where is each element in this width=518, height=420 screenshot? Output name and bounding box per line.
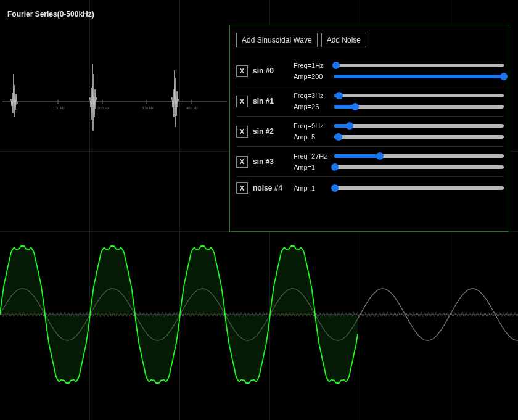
spectrum-tick: 300 Hz: [142, 106, 154, 110]
row-name: sin #3: [253, 157, 289, 166]
spectrum-plot: 100 Hz 200 Hz 300 Hz 400 Hz: [2, 56, 227, 136]
freq-label: Freq=27Hz: [294, 152, 334, 160]
amp-slider[interactable]: [334, 163, 504, 171]
freq-slider[interactable]: [334, 152, 504, 160]
page-title: Fourier Series(0-500kHz): [7, 10, 94, 19]
amp-label: Amp=200: [294, 73, 334, 80]
spectrum-tick: 200 Hz: [97, 106, 109, 110]
delete-button[interactable]: X: [236, 126, 248, 138]
wave-row: Xnoise #4Amp=1: [236, 177, 504, 199]
row-name: sin #0: [253, 67, 289, 75]
waveform-svg: [0, 222, 518, 419]
add-sinusoidal-button[interactable]: Add Sinusoidal Wave: [236, 33, 318, 47]
freq-slider[interactable]: [334, 91, 504, 100]
freq-label: Freq=9Hz: [294, 122, 334, 130]
wave-row: Xsin #3Freq=27HzAmp=1: [236, 147, 504, 177]
row-name: noise #4: [253, 184, 289, 192]
spectrum-tick: 100 Hz: [53, 106, 65, 110]
delete-button[interactable]: X: [236, 156, 248, 168]
wave-row: Xsin #0Freq=1HzAmp=200: [236, 56, 504, 86]
amp-slider[interactable]: [334, 72, 504, 81]
amp-label: Amp=1: [294, 163, 334, 171]
amp-slider[interactable]: [334, 102, 504, 111]
freq-label: Freq=3Hz: [294, 92, 334, 99]
row-name: sin #1: [253, 97, 289, 105]
control-panel: Add Sinusoidal Wave Add Noise Xsin #0Fre…: [229, 25, 509, 232]
delete-button[interactable]: X: [236, 182, 248, 194]
freq-slider[interactable]: [334, 61, 504, 70]
spectrum-svg: [2, 56, 227, 136]
spectrum-tick: 400 Hz: [186, 106, 198, 110]
add-noise-button[interactable]: Add Noise: [321, 33, 366, 47]
waveform-plot: [0, 222, 518, 419]
wave-row: Xsin #1Freq=3HzAmp=25: [236, 86, 504, 117]
delete-button[interactable]: X: [236, 65, 248, 77]
amp-slider[interactable]: [334, 133, 504, 141]
amp-label: Amp=1: [294, 184, 334, 192]
amp-slider[interactable]: [334, 184, 504, 192]
delete-button[interactable]: X: [236, 96, 248, 107]
freq-slider[interactable]: [334, 121, 504, 130]
row-name: sin #2: [253, 127, 289, 136]
amp-label: Amp=5: [294, 133, 334, 141]
amp-label: Amp=25: [294, 103, 334, 110]
freq-label: Freq=1Hz: [294, 62, 334, 69]
wave-row: Xsin #2Freq=9HzAmp=5: [236, 117, 504, 147]
